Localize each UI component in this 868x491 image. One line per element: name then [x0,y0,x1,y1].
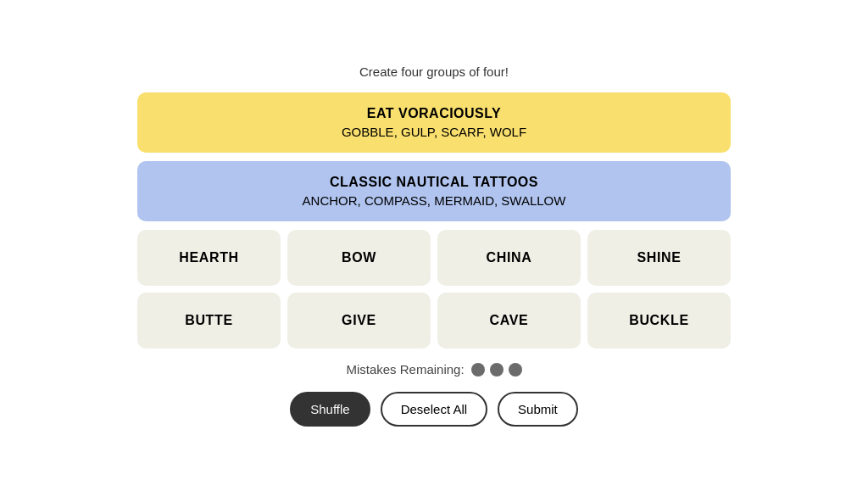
solved-group-blue: CLASSIC NAUTICAL TATTOOS ANCHOR, COMPASS… [137,161,731,221]
solved-group-yellow-title: EAT VORACIOUSLY [154,106,714,121]
game-container: Create four groups of four! EAT VORACIOU… [137,64,731,427]
buttons-row: Shuffle Deselect All Submit [290,392,578,427]
mistakes-row: Mistakes Remaining: [346,362,521,377]
solved-group-yellow-words: GOBBLE, GULP, SCARF, WOLF [154,125,714,139]
shuffle-button[interactable]: Shuffle [290,392,370,427]
solved-group-blue-title: CLASSIC NAUTICAL TATTOOS [154,175,714,190]
subtitle: Create four groups of four! [359,64,509,79]
word-tile-give[interactable]: GIVE [287,293,431,349]
solved-group-blue-words: ANCHOR, COMPASS, MERMAID, SWALLOW [154,193,714,208]
mistakes-label: Mistakes Remaining: [346,362,464,377]
word-tile-cave[interactable]: CAVE [437,293,581,349]
solved-group-yellow: EAT VORACIOUSLY GOBBLE, GULP, SCARF, WOL… [137,92,731,153]
word-tile-bow[interactable]: BOW [287,230,431,286]
word-tile-hearth[interactable]: HEARTH [137,230,281,286]
mistake-dot-2 [490,363,504,377]
deselect-all-button[interactable]: Deselect All [381,392,487,427]
word-tile-shine[interactable]: SHINE [587,230,731,286]
submit-button[interactable]: Submit [498,392,578,427]
mistakes-dots [471,363,522,377]
word-tile-buckle[interactable]: BUCKLE [587,293,731,349]
word-tile-china[interactable]: CHINA [437,230,581,286]
word-tile-butte[interactable]: BUTTE [137,293,281,349]
word-grid: HEARTHBOWCHINASHINEBUTTEGIVECAVEBUCKLE [137,230,731,349]
mistake-dot-3 [509,363,522,377]
mistake-dot-1 [471,363,485,377]
